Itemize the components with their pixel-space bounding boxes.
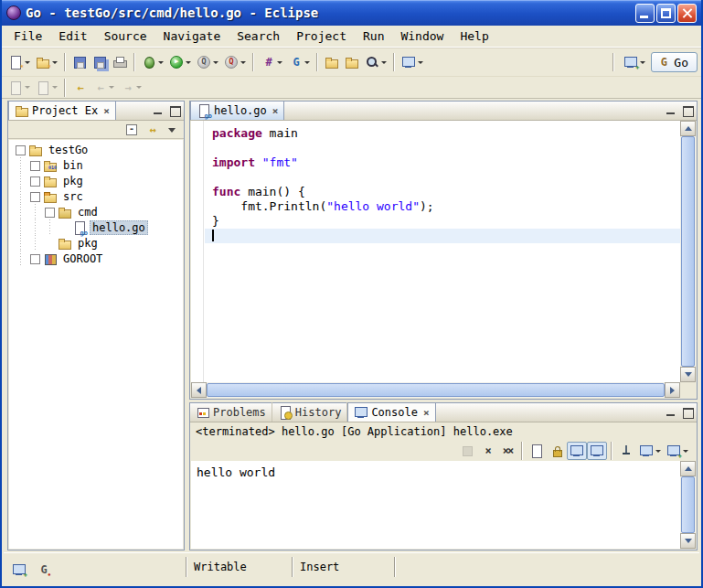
tree-item-testgo[interactable]: -testGo — [9, 142, 183, 157]
menu-edit[interactable]: Edit — [50, 27, 95, 45]
clear-console-button[interactable] — [527, 442, 547, 460]
open-task-button[interactable] — [399, 51, 426, 73]
run-button[interactable]: ▶ — [166, 51, 194, 73]
menu-project[interactable]: Project — [288, 27, 355, 45]
new-go-package-button[interactable]: # — [258, 51, 285, 73]
dropdown-arrow-icon[interactable] — [109, 86, 114, 89]
save-all-button[interactable] — [90, 51, 110, 73]
launch-shortcut-button[interactable]: G• — [33, 559, 53, 581]
tree-expander-icon[interactable]: - — [42, 204, 57, 219]
perspective-go-button[interactable]: G Go — [651, 52, 698, 72]
last-edit-location-button[interactable]: ← — [69, 77, 90, 99]
tree-item-pkg[interactable]: pkg — [9, 235, 183, 251]
save-button[interactable] — [69, 51, 90, 73]
close-editor-icon[interactable] — [272, 104, 279, 117]
menu-help[interactable]: Help — [452, 27, 496, 45]
tab-history[interactable]: History — [272, 402, 348, 422]
vertical-scrollbar[interactable] — [680, 461, 696, 549]
show-stdout-button[interactable] — [567, 442, 587, 460]
tab-problems[interactable]: Problems — [190, 402, 272, 422]
scroll-right-icon[interactable] — [665, 382, 680, 398]
debug-button[interactable] — [139, 51, 166, 73]
tree-expander-icon[interactable]: + — [27, 173, 42, 188]
tab-console[interactable]: Console — [347, 402, 435, 422]
horizontal-scrollbar[interactable] — [191, 382, 680, 398]
close-view-icon[interactable] — [423, 406, 430, 419]
maximize-view-button[interactable] — [167, 104, 182, 117]
menu-search[interactable]: Search — [229, 27, 288, 45]
project-explorer-tab[interactable]: Project Ex — [8, 101, 116, 120]
vertical-scrollbar[interactable] — [680, 121, 696, 382]
link-with-editor-button[interactable]: ↔ — [142, 122, 162, 138]
remove-all-launches-button[interactable]: ×× — [497, 442, 517, 460]
dropdown-arrow-icon[interactable] — [240, 61, 246, 64]
titlebar[interactable]: Go - testGo/src/cmd/hello.go - Eclipse — [2, 0, 701, 26]
dropdown-arrow-icon[interactable] — [418, 61, 423, 64]
scrollbar-thumb[interactable] — [207, 383, 665, 397]
external-tools-button[interactable]: Q — [221, 51, 249, 73]
dropdown-arrow-icon[interactable] — [381, 61, 387, 64]
tree-item-cmd[interactable]: -cmd — [9, 204, 183, 219]
maximize-view-button[interactable] — [680, 406, 695, 419]
pin-console-button[interactable] — [616, 442, 636, 460]
tree-expander-icon[interactable]: + — [27, 157, 42, 173]
menu-run[interactable]: Run — [355, 27, 392, 45]
dropdown-arrow-icon[interactable] — [277, 61, 282, 64]
dropdown-arrow-icon[interactable] — [52, 61, 58, 64]
dropdown-arrow-icon[interactable] — [640, 61, 645, 64]
new-button[interactable]: * — [5, 51, 33, 73]
editor-tab-hello-go[interactable]: go hello.go — [190, 101, 284, 120]
scroll-up-icon[interactable] — [680, 121, 696, 136]
tree-expander-icon[interactable]: - — [27, 188, 42, 204]
dropdown-arrow-icon[interactable] — [52, 86, 58, 89]
dropdown-arrow-icon[interactable] — [136, 86, 142, 89]
scroll-lock-button[interactable] — [547, 442, 567, 460]
view-menu-button[interactable] — [162, 122, 182, 138]
dropdown-arrow-icon[interactable] — [683, 450, 688, 453]
dropdown-arrow-icon[interactable] — [304, 61, 310, 64]
minimize-button[interactable] — [635, 4, 655, 23]
tree-item-bin[interactable]: +010bin — [9, 157, 183, 173]
dropdown-arrow-icon[interactable] — [655, 450, 661, 453]
scrollbar-thumb[interactable] — [681, 136, 695, 367]
fast-view-button[interactable]: + — [9, 559, 29, 581]
menu-window[interactable]: Window — [392, 27, 452, 45]
tree-item-src[interactable]: -src — [9, 188, 183, 204]
tree-item-hello-go[interactable]: gohello.go — [9, 219, 183, 235]
close-button[interactable] — [677, 4, 697, 23]
display-selected-console-button[interactable] — [636, 442, 664, 460]
dropdown-arrow-icon[interactable] — [158, 61, 164, 64]
maximize-button[interactable] — [656, 4, 676, 23]
open-folder-button[interactable] — [322, 51, 342, 73]
tree-item-pkg[interactable]: +pkg — [9, 173, 183, 188]
scroll-down-icon[interactable] — [680, 533, 696, 549]
menu-navigate[interactable]: Navigate — [155, 27, 229, 45]
scroll-down-icon[interactable] — [680, 367, 696, 382]
tree-expander-icon[interactable]: - — [13, 142, 27, 157]
new-go-file-button[interactable]: G — [285, 51, 313, 73]
dropdown-arrow-icon[interactable] — [213, 61, 218, 64]
minimize-view-button[interactable] — [664, 406, 678, 419]
scroll-left-icon[interactable] — [191, 382, 207, 398]
run-last-tool-button[interactable]: Q — [194, 51, 221, 73]
open-console-button[interactable]: + — [664, 442, 691, 460]
tree-expander-icon[interactable]: + — [27, 251, 42, 266]
dropdown-arrow-icon[interactable] — [186, 61, 191, 64]
import-button[interactable] — [342, 51, 362, 73]
print-button[interactable] — [110, 51, 130, 73]
menu-source[interactable]: Source — [96, 27, 155, 45]
collapse-all-button[interactable]: - — [122, 122, 142, 138]
maximize-view-button[interactable] — [680, 104, 695, 117]
new-go-project-button[interactable]: * — [33, 51, 60, 73]
minimize-view-button[interactable] — [664, 104, 678, 117]
remove-launch-button[interactable]: × — [477, 442, 497, 460]
show-stderr-button[interactable] — [587, 442, 607, 460]
scrollbar-thumb[interactable] — [681, 476, 695, 533]
scroll-up-icon[interactable] — [680, 461, 696, 476]
close-view-icon[interactable] — [103, 104, 110, 117]
search-button[interactable] — [362, 51, 389, 73]
code-area[interactable]: package mainimport "fmt"func main() { fm… — [205, 121, 680, 382]
menu-file[interactable]: File — [5, 27, 50, 45]
dropdown-arrow-icon[interactable] — [25, 86, 30, 89]
open-perspective-button[interactable]: + — [621, 51, 648, 73]
